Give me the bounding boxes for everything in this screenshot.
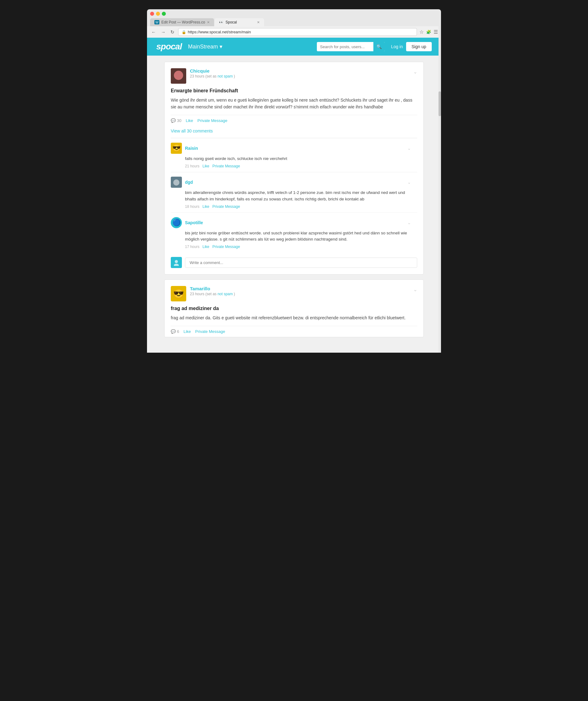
tab-wordpress[interactable]: W Edit Post — WordPress.co ✕ (150, 18, 214, 26)
private-message-button[interactable]: Private Message (195, 329, 225, 334)
login-button[interactable]: Log in (391, 44, 403, 49)
comment-pm[interactable]: Private Message (212, 164, 240, 168)
scrollbar-track (438, 26, 441, 353)
like-button[interactable]: Like (183, 329, 191, 334)
view-all-comments[interactable]: View all 30 comments (171, 126, 417, 138)
post-collapse-icon[interactable]: ⌄ (413, 287, 417, 292)
bookmark-icon[interactable]: ☆ (419, 29, 424, 35)
comment-user-avatar (171, 257, 182, 268)
nav-chevron-icon: ▾ (220, 43, 222, 50)
comment-collapse-icon[interactable]: ⌄ (407, 146, 411, 151)
comment-author[interactable]: dgd (185, 180, 193, 185)
post-actions: 💬 30 Like Private Message (171, 115, 417, 126)
forward-button[interactable]: → (160, 29, 167, 35)
comment-collapse-icon[interactable]: ⌄ (407, 220, 411, 225)
browser-nav-actions: ☆ 🧩 ☰ (419, 29, 438, 35)
post-body: frag ad mediziner da. Gits e gueti websi… (171, 314, 417, 321)
search-button[interactable]: 🔍 (373, 42, 385, 51)
comment-body: bim allerallerengste chreis würdis aspre… (185, 190, 417, 203)
comment-author[interactable]: Raisin (185, 146, 198, 151)
comment-header: dgd ⌄ (171, 177, 417, 188)
comment-like[interactable]: Like (203, 245, 209, 249)
comment-like[interactable]: Like (203, 164, 209, 168)
minimize-button[interactable] (156, 12, 160, 16)
comment-header: 🔵 Sapotille ⌄ (171, 217, 417, 228)
comment-actions: 18 hours Like Private Message (185, 204, 417, 212)
comment-input-row (171, 253, 417, 274)
maximize-button[interactable] (162, 12, 166, 16)
tab-wp-label: Edit Post — WordPress.co (161, 20, 205, 24)
tab-spocal-close[interactable]: ✕ (257, 20, 260, 24)
post-card: ⌄ Chicquie 23 hours (set as not spam ) (164, 62, 424, 274)
comment-input[interactable] (185, 258, 417, 268)
comment-bubble-icon: 💬 (171, 118, 176, 123)
post-actions: 💬 6 Like Private Message (171, 326, 417, 337)
tab-spocal-label: Spocal (225, 20, 237, 24)
back-button[interactable]: ← (150, 29, 157, 35)
address-url: https://www.spocal.net/stream/main (188, 30, 251, 34)
site-logo[interactable]: spocal (156, 42, 182, 51)
author-avatar (171, 68, 186, 84)
comment-author[interactable]: Sapotille (185, 220, 203, 225)
signup-button[interactable]: Sign up (406, 42, 432, 51)
post-body: Wie gönd ihr demit um, wenn eu e gueti k… (171, 97, 417, 110)
comment-avatar: 🔵 (171, 217, 182, 228)
site-header: spocal MainStream ▾ 🔍 Log in Sign up (147, 38, 441, 56)
post-author[interactable]: Tamarillo (190, 286, 417, 291)
scrollbar-thumb[interactable] (438, 91, 441, 116)
comment: 😎 Raisin ⌄ falls nonig gseit worde isch,… (171, 138, 417, 172)
like-button[interactable]: Like (186, 118, 193, 123)
comment-actions: 21 hours Like Private Message (185, 164, 417, 172)
post-meta: Chicquie 23 hours (set as not spam ) (190, 68, 417, 78)
tab-spocal-favicon: 👀 (219, 20, 224, 24)
not-spam-label: not spam (217, 74, 232, 78)
comment-count: 💬 30 (171, 118, 181, 123)
comment-avatar (171, 177, 182, 188)
tab-spocal[interactable]: 👀 Spocal ✕ (215, 18, 264, 26)
extensions-icon[interactable]: 🧩 (426, 30, 431, 34)
address-bar[interactable]: 🔒 https://www.spocal.net/stream/main (178, 28, 417, 36)
comment-bubble-icon: 💬 (171, 329, 176, 334)
post-time: 23 hours (set as not spam ) (190, 292, 417, 296)
comment-header: 😎 Raisin ⌄ (171, 143, 417, 154)
comment-collapse-icon[interactable]: ⌄ (407, 180, 411, 185)
post-author[interactable]: Chicquie (190, 68, 417, 73)
browser-nav: ← → ↻ 🔒 https://www.spocal.net/stream/ma… (147, 26, 441, 38)
comment-pm[interactable]: Private Message (212, 245, 240, 249)
tab-wp-close[interactable]: ✕ (207, 20, 210, 24)
main-content: ⌄ Chicquie 23 hours (set as not spam ) (160, 62, 428, 337)
comment-body: falls nonig gseit worde isch, schlucke i… (185, 156, 417, 162)
close-button[interactable] (150, 12, 154, 16)
comment-count: 💬 6 (171, 329, 179, 334)
auth-buttons: Log in Sign up (391, 42, 432, 51)
tab-wp-favicon: W (154, 20, 159, 24)
post-header: Chicquie 23 hours (set as not spam ) (171, 68, 417, 84)
menu-icon[interactable]: ☰ (434, 29, 438, 35)
comment-like[interactable]: Like (203, 204, 209, 209)
svg-point-1 (174, 264, 179, 266)
post-title: frag ad mediziner da (171, 306, 417, 311)
post-meta: Tamarillo 23 hours (set as not spam ) (190, 286, 417, 296)
svg-point-0 (175, 260, 178, 263)
post-header: 😎 Tamarillo 23 hours (set as not spam ) (171, 286, 417, 301)
nav-mainstream[interactable]: MainStream ▾ (188, 43, 222, 50)
refresh-button[interactable]: ↻ (169, 29, 176, 35)
post-card: ⌄ 😎 Tamarillo 23 hours (set as not spam … (164, 279, 424, 337)
not-spam-label: not spam (217, 292, 232, 296)
nav-label: MainStream (188, 43, 218, 50)
comment-pm[interactable]: Private Message (212, 204, 240, 209)
author-avatar: 😎 (171, 286, 186, 301)
search-input[interactable] (317, 42, 373, 51)
search-bar: 🔍 (317, 42, 385, 51)
post-collapse-icon[interactable]: ⌄ (413, 69, 417, 75)
comment-actions: 17 hours Like Private Message (185, 245, 417, 253)
private-message-button[interactable]: Private Message (197, 118, 227, 123)
comment: dgd ⌄ bim allerallerengste chreis würdis… (171, 172, 417, 212)
lock-icon: 🔒 (182, 30, 186, 34)
comment-body: bis jetz bini nonie gröber enttüscht wor… (185, 230, 417, 243)
comment: 🔵 Sapotille ⌄ bis jetz bini nonie gröber… (171, 212, 417, 253)
post-time: 23 hours (set as not spam ) (190, 74, 417, 78)
post-title: Erwargte binere Fründschaft (171, 88, 417, 93)
comment-avatar: 😎 (171, 143, 182, 154)
